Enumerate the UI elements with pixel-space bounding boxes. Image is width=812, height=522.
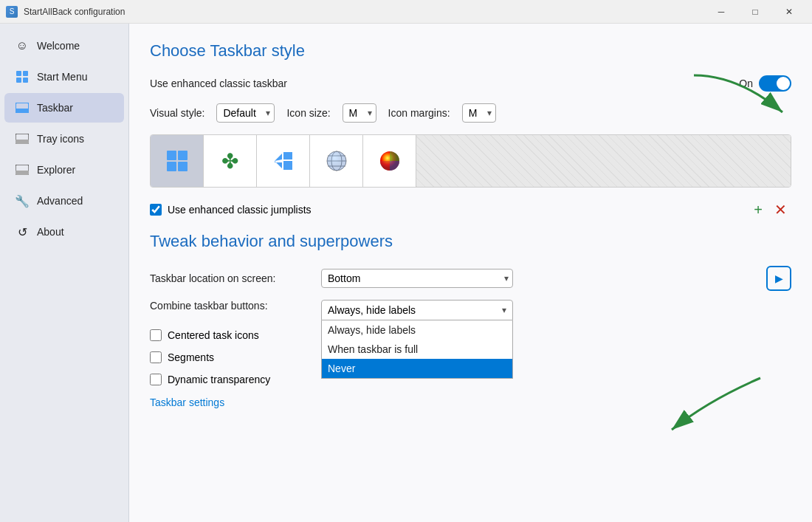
play-button[interactable]: ▶: [766, 266, 791, 291]
svg-rect-0: [16, 71, 21, 76]
enhanced-taskbar-row: Use enhanced classic taskbar On: [150, 75, 791, 92]
style-clover[interactable]: ✤: [204, 135, 257, 187]
dynamic-transparency-checkbox[interactable]: [150, 374, 162, 385]
taskbar-icon: [15, 100, 30, 115]
jumplists-label: Use enhanced classic jumplists: [168, 204, 312, 216]
combine-option-never[interactable]: Never: [322, 359, 512, 378]
app-icon: S: [6, 6, 18, 18]
combine-dropdown-header[interactable]: Always, hide labels: [321, 300, 513, 320]
visual-style-label: Visual style:: [150, 107, 204, 119]
advanced-icon: 🔧: [15, 193, 30, 208]
win7-icon: [272, 149, 295, 173]
visual-style-select-wrapper: Default: [216, 103, 275, 123]
combine-label: Combine taskbar buttons:: [150, 300, 312, 312]
jumplists-checkbox[interactable]: [150, 204, 162, 216]
content-area: Choose Taskbar style Use enhanced classi…: [129, 24, 812, 522]
icon-size-select[interactable]: M: [343, 103, 376, 123]
svg-rect-3: [23, 78, 28, 83]
window-controls: ─ □ ✕: [704, 0, 806, 24]
colorball-icon: [378, 149, 402, 173]
icon-margins-select-wrapper: M: [462, 103, 496, 123]
style-globe[interactable]: [310, 135, 363, 187]
centered-label: Centered task icons: [168, 329, 259, 341]
taskbar-location-label: Taskbar location on screen:: [150, 272, 312, 284]
tray-icons-icon: [15, 131, 30, 146]
sidebar-item-about[interactable]: ↺ About: [4, 217, 124, 247]
combine-dropdown-list: Always, hide labels When taskbar is full…: [321, 320, 513, 379]
jumplists-checkbox-row: Use enhanced classic jumplists: [150, 204, 312, 216]
sidebar-item-tray-icons[interactable]: Tray icons: [4, 124, 124, 154]
icon-strip-rest: [416, 135, 791, 187]
svg-rect-7: [16, 140, 29, 144]
explorer-icon: [15, 162, 30, 177]
add-button[interactable]: +: [749, 199, 767, 220]
welcome-icon: ☺: [15, 38, 30, 53]
start-menu-icon: [15, 69, 30, 84]
toggle-container: On: [739, 75, 791, 92]
svg-rect-5: [16, 109, 29, 113]
combine-option-always[interactable]: Always, hide labels: [322, 320, 512, 340]
segments-checkbox[interactable]: [150, 351, 162, 363]
svg-rect-1: [23, 71, 28, 76]
win11-icon: [167, 151, 187, 171]
titlebar: S StartAllBack configuration ─ □ ✕: [0, 0, 812, 24]
icon-margins-select[interactable]: M: [462, 103, 496, 123]
combine-taskbar-row: Combine taskbar buttons: Always, hide la…: [150, 300, 791, 320]
style-win7[interactable]: [257, 135, 310, 187]
visual-style-select[interactable]: Default: [216, 103, 275, 123]
taskbar-location-row: Taskbar location on screen: Bottom ▶: [150, 266, 791, 291]
enhanced-taskbar-label: Use enhanced classic taskbar: [150, 78, 739, 89]
remove-button[interactable]: ✕: [770, 199, 791, 220]
add-remove-buttons: + ✕: [749, 199, 791, 220]
enhanced-taskbar-toggle[interactable]: [759, 75, 791, 92]
centered-checkbox[interactable]: [150, 329, 162, 341]
visual-style-row: Visual style: Default Icon size: M Icon …: [150, 103, 791, 123]
jumplists-row: Use enhanced classic jumplists + ✕: [150, 199, 791, 220]
tweak-title: Tweak behavior and superpowers: [150, 232, 791, 251]
combine-dropdown-container[interactable]: Always, hide labels Always, hide labels …: [321, 300, 513, 320]
icon-margins-label: Icon margins:: [388, 107, 450, 119]
toggle-on-label: On: [739, 78, 753, 89]
dynamic-transparency-label: Dynamic transparency: [168, 374, 270, 385]
style-win11[interactable]: [151, 135, 204, 187]
taskbar-location-select-wrapper: Bottom: [321, 269, 513, 288]
minimize-button[interactable]: ─: [704, 0, 738, 24]
sidebar-item-explorer[interactable]: Explorer: [4, 155, 124, 185]
about-icon: ↺: [15, 224, 30, 239]
clover-icon: ✤: [221, 149, 238, 174]
globe-icon: [325, 149, 348, 173]
choose-taskbar-title: Choose Taskbar style: [150, 41, 791, 61]
taskbar-settings-link[interactable]: Taskbar settings: [150, 396, 224, 408]
combine-option-when-full[interactable]: When taskbar is full: [322, 340, 512, 359]
icon-size-select-wrapper: M: [343, 103, 376, 123]
sidebar-item-start-menu[interactable]: Start Menu: [4, 62, 124, 92]
app-body: ☺ Welcome Start Menu Taskbar: [0, 24, 812, 522]
sidebar-item-advanced[interactable]: 🔧 Advanced: [4, 186, 124, 216]
taskbar-location-select[interactable]: Bottom: [321, 269, 513, 288]
style-colorball[interactable]: [363, 135, 416, 187]
icon-size-label: Icon size:: [286, 107, 330, 119]
svg-rect-9: [16, 171, 29, 175]
sidebar: ☺ Welcome Start Menu Taskbar: [0, 24, 129, 522]
maximize-button[interactable]: □: [738, 0, 772, 24]
segments-label: Segments: [168, 351, 214, 363]
sidebar-item-welcome[interactable]: ☺ Welcome: [4, 31, 124, 61]
tweak-section: Tweak behavior and superpowers Taskbar l…: [150, 232, 791, 409]
svg-rect-2: [16, 78, 21, 83]
taskbar-style-icons: ✤: [150, 134, 791, 188]
svg-point-15: [327, 151, 346, 171]
window-title: StartAllBack configuration: [24, 7, 704, 17]
sidebar-item-taskbar[interactable]: Taskbar: [4, 93, 124, 123]
close-button[interactable]: ✕: [772, 0, 806, 24]
